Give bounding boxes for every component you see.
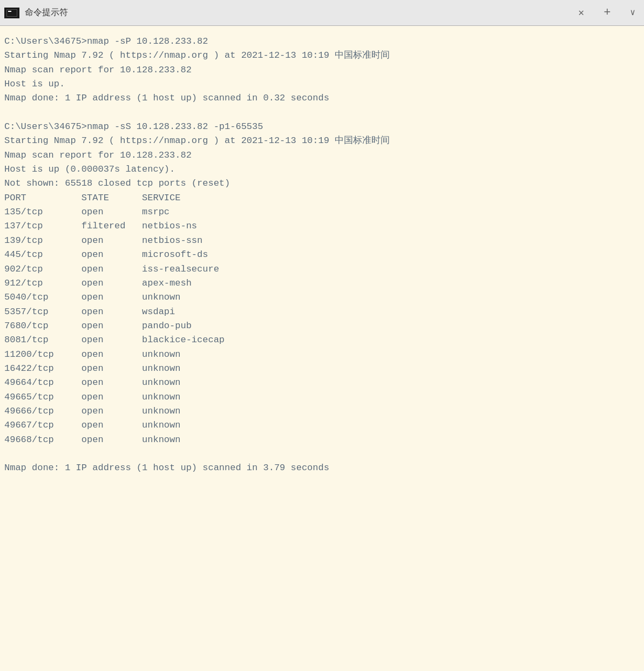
cmd-icon: [4, 8, 19, 18]
chevron-down-button[interactable]: ∨: [626, 6, 640, 19]
title-bar-left: 命令提示符: [4, 7, 574, 18]
title-bar-controls: ✕ + ∨: [574, 5, 640, 21]
window: 命令提示符 ✕ + ∨ C:\Users\34675>nmap -sP 10.1…: [0, 0, 644, 671]
close-button[interactable]: ✕: [574, 6, 588, 20]
terminal-output: C:\Users\34675>nmap -sP 10.128.233.82 St…: [0, 26, 644, 671]
cmd-icon-inner: [6, 9, 17, 17]
window-title: 命令提示符: [25, 7, 68, 18]
title-bar: 命令提示符 ✕ + ∨: [0, 0, 644, 26]
add-tab-button[interactable]: +: [599, 5, 615, 21]
